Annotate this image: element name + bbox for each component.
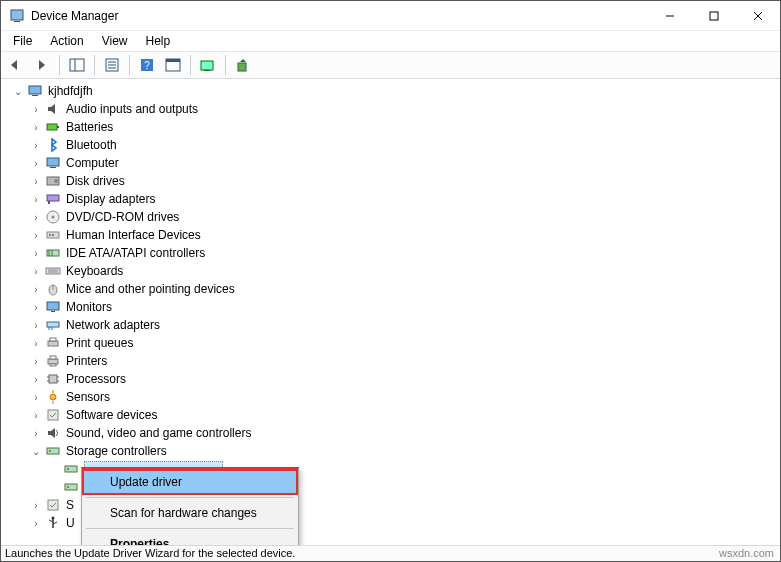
menu-action[interactable]: Action: [42, 32, 91, 50]
update-driver-button[interactable]: [197, 54, 219, 76]
minimize-button[interactable]: [648, 1, 692, 30]
category-icon: [45, 389, 61, 405]
svg-point-30: [52, 216, 55, 219]
computer-icon: [27, 83, 43, 99]
svg-rect-16: [201, 61, 213, 70]
category-icon: [45, 443, 61, 459]
svg-rect-21: [47, 124, 57, 130]
forward-button[interactable]: [31, 54, 53, 76]
tree-category[interactable]: ›Print queues: [6, 334, 775, 352]
tree-category[interactable]: ›Display adapters: [6, 190, 775, 208]
svg-rect-47: [48, 341, 58, 346]
tree-category[interactable]: ›Printers: [6, 352, 775, 370]
tree-category[interactable]: ›Software devices: [6, 406, 775, 424]
tree-category-label: Processors: [66, 372, 126, 386]
tree-category[interactable]: ›DVD/CD-ROM drives: [6, 208, 775, 226]
svg-point-66: [67, 486, 69, 488]
ctx-update-driver[interactable]: Update driver: [82, 469, 298, 495]
back-button[interactable]: [5, 54, 27, 76]
svg-rect-43: [51, 311, 55, 312]
tree-category[interactable]: ›Bluetooth: [6, 136, 775, 154]
svg-rect-1: [14, 21, 20, 22]
svg-rect-42: [47, 302, 59, 310]
menu-help[interactable]: Help: [138, 32, 179, 50]
tree-category-label: Sound, video and game controllers: [66, 426, 251, 440]
category-icon: [45, 281, 61, 297]
properties-button[interactable]: [101, 54, 123, 76]
menu-view[interactable]: View: [94, 32, 136, 50]
tree-root-label: kjhdfdjfh: [48, 84, 93, 98]
tree-category-label: Display adapters: [66, 192, 155, 206]
svg-rect-61: [47, 448, 59, 454]
category-icon: [45, 263, 61, 279]
svg-point-32: [49, 234, 51, 236]
tree-category-label: Storage controllers: [66, 444, 167, 458]
maximize-button[interactable]: [692, 1, 736, 30]
tree-category[interactable]: ›Processors: [6, 370, 775, 388]
category-icon: [45, 317, 61, 333]
tree-category[interactable]: ›Computer: [6, 154, 775, 172]
tree-category-label: Computer: [66, 156, 119, 170]
svg-rect-37: [46, 268, 60, 274]
svg-point-57: [50, 394, 56, 400]
tree-category[interactable]: ›Mice and other pointing devices: [6, 280, 775, 298]
tree-category[interactable]: ›Monitors: [6, 298, 775, 316]
svg-rect-28: [48, 201, 50, 204]
tree-category-label: Network adapters: [66, 318, 160, 332]
svg-rect-63: [65, 466, 77, 472]
svg-rect-17: [204, 70, 210, 71]
menu-file[interactable]: File: [5, 32, 40, 50]
category-icon: [45, 335, 61, 351]
svg-rect-20: [32, 95, 38, 96]
svg-point-62: [49, 450, 51, 452]
svg-rect-52: [49, 375, 57, 383]
tree-root[interactable]: ⌄kjhdfdjfh: [6, 82, 775, 100]
view-button[interactable]: [162, 54, 184, 76]
tree-category-label: Mice and other pointing devices: [66, 282, 235, 296]
title-bar: Device Manager: [1, 1, 780, 31]
tree-category[interactable]: ›Human Interface Devices: [6, 226, 775, 244]
help-button[interactable]: ?: [136, 54, 158, 76]
scan-hardware-button[interactable]: [232, 54, 254, 76]
device-icon: [63, 461, 79, 477]
svg-point-33: [52, 234, 54, 236]
tree-category[interactable]: ›IDE ATA/ATAPI controllers: [6, 244, 775, 262]
ctx-scan-hardware[interactable]: Scan for hardware changes: [82, 500, 298, 526]
show-hide-tree-button[interactable]: [66, 54, 88, 76]
tree-category-label: IDE ATA/ATAPI controllers: [66, 246, 205, 260]
category-icon: [45, 209, 61, 225]
tree-category[interactable]: ›Disk drives: [6, 172, 775, 190]
svg-rect-19: [29, 86, 41, 94]
svg-rect-15: [166, 59, 180, 62]
category-icon: [45, 119, 61, 135]
close-button[interactable]: [736, 1, 780, 30]
tree-category-label: Disk drives: [66, 174, 125, 188]
category-icon: [45, 353, 61, 369]
tree-category[interactable]: ›Audio inputs and outputs: [6, 100, 775, 118]
category-icon: [45, 155, 61, 171]
svg-text:?: ?: [144, 60, 150, 71]
svg-rect-48: [50, 338, 56, 341]
category-icon: [45, 227, 61, 243]
svg-rect-50: [50, 356, 56, 359]
tree-category[interactable]: ›Sound, video and game controllers: [6, 424, 775, 442]
svg-rect-65: [65, 484, 77, 490]
category-icon: [45, 299, 61, 315]
tree-category-label: DVD/CD-ROM drives: [66, 210, 179, 224]
tree-category[interactable]: ⌄Storage controllers: [6, 442, 775, 460]
category-icon: [45, 137, 61, 153]
tree-category[interactable]: ›Sensors: [6, 388, 775, 406]
tree-category[interactable]: ›Batteries: [6, 118, 775, 136]
menu-bar: File Action View Help: [1, 31, 780, 51]
svg-point-26: [54, 179, 58, 183]
window-title: Device Manager: [31, 9, 648, 23]
tree-category[interactable]: ›Network adapters: [6, 316, 775, 334]
usb-icon: [45, 515, 61, 531]
tree-category-label: Keyboards: [66, 264, 123, 278]
device-manager-window: Device Manager File Action View Help ? ⌄…: [0, 0, 781, 562]
app-icon: [9, 8, 25, 24]
category-icon: [45, 425, 61, 441]
svg-rect-60: [48, 410, 58, 420]
tree-category[interactable]: ›Keyboards: [6, 262, 775, 280]
svg-rect-22: [57, 126, 59, 128]
